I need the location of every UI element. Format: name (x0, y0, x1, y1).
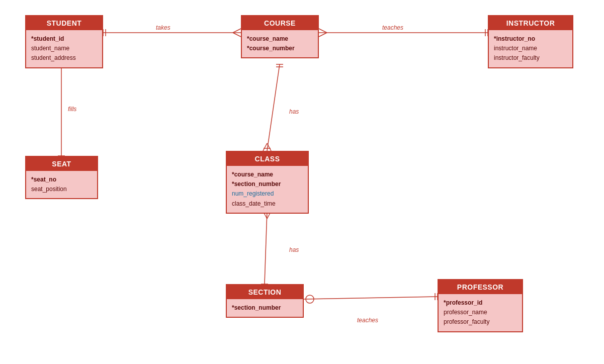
instructor-entity: INSTRUCTOR *instructor_no instructor_nam… (488, 15, 573, 68)
svg-line-15 (267, 64, 280, 151)
has-class-label: has (289, 108, 299, 115)
course-header: COURSE (242, 16, 318, 30)
student-field-1: student_name (31, 44, 97, 53)
teaches-instructor-label: teaches (382, 24, 403, 31)
student-field-0: *student_id (31, 34, 97, 44)
section-entity: SECTION *section_number (226, 284, 304, 318)
instructor-field-0: *instructor_no (494, 34, 567, 44)
student-entity: STUDENT *student_id student_name student… (25, 15, 103, 68)
svg-line-18 (263, 143, 267, 151)
class-field-2: num_registered (232, 189, 303, 199)
svg-line-2 (233, 33, 241, 37)
course-field-1: *course_number (247, 44, 313, 53)
fills-label: fills (68, 106, 76, 113)
svg-line-19 (267, 143, 271, 151)
teaches-professor-label: teaches (357, 317, 378, 324)
class-header: CLASS (227, 152, 308, 166)
professor-field-0: *professor_id (444, 298, 517, 308)
svg-point-27 (306, 295, 314, 303)
class-field-1: *section_number (232, 179, 303, 189)
student-field-2: student_address (31, 53, 97, 63)
instructor-body: *instructor_no instructor_name instructo… (489, 30, 572, 67)
professor-entity: PROFESSOR *professor_id professor_name p… (438, 279, 523, 332)
student-header: STUDENT (26, 16, 102, 30)
course-entity: COURSE *course_name *course_number (241, 15, 319, 58)
diagram-container: takes teaches fills has has teaches STUD… (0, 0, 604, 364)
takes-label: takes (156, 24, 170, 31)
instructor-header: INSTRUCTOR (489, 16, 572, 30)
has-section-label: has (289, 246, 299, 253)
section-body: *section_number (227, 299, 303, 317)
instructor-field-2: instructor_faculty (494, 53, 567, 63)
professor-header: PROFESSOR (439, 280, 522, 294)
section-field-0: *section_number (232, 303, 298, 313)
seat-entity: SEAT *seat_no seat_position (25, 156, 98, 199)
svg-line-7 (319, 33, 327, 37)
class-entity: CLASS *course_name *section_number num_r… (226, 151, 309, 214)
svg-line-21 (265, 211, 267, 284)
class-body: *course_name *section_number num_registe… (227, 166, 308, 213)
course-body: *course_name *course_number (242, 30, 318, 57)
seat-field-0: *seat_no (31, 175, 92, 185)
svg-line-6 (319, 29, 327, 33)
svg-line-26 (304, 297, 438, 299)
professor-field-2: professor_faculty (444, 317, 517, 327)
professor-body: *professor_id professor_name professor_f… (439, 294, 522, 331)
class-field-0: *course_name (232, 170, 303, 179)
seat-body: *seat_no seat_position (26, 171, 97, 198)
class-field-3: class_date_time (232, 199, 303, 209)
svg-line-1 (233, 29, 241, 33)
instructor-field-1: instructor_name (494, 44, 567, 53)
student-body: *student_id student_name student_address (26, 30, 102, 67)
seat-header: SEAT (26, 157, 97, 171)
seat-field-1: seat_position (31, 185, 92, 194)
course-field-0: *course_name (247, 34, 313, 44)
professor-field-1: professor_name (444, 308, 517, 317)
section-header: SECTION (227, 285, 303, 299)
